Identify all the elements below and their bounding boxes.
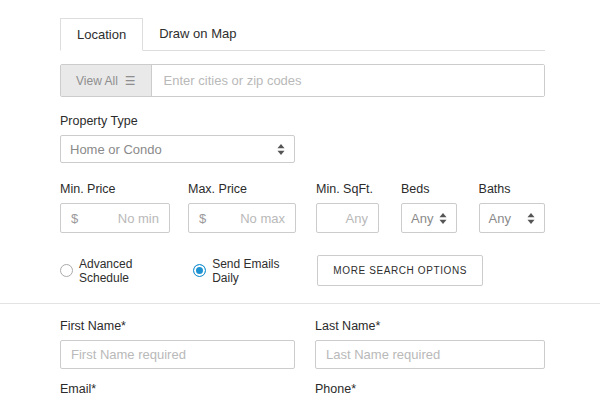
beds-label: Beds — [401, 182, 457, 196]
section-divider — [0, 303, 600, 304]
tab-bar: Location Draw on Map — [60, 18, 545, 51]
min-price-field: Min. Price $ — [60, 182, 170, 233]
beds-value: Any — [411, 211, 433, 226]
phone-field: Phone* — [315, 382, 545, 403]
contact-form: First Name* Last Name* Email* Phone* Nam… — [60, 319, 545, 403]
last-name-field: Last Name* — [315, 319, 545, 369]
email-field: Email* — [60, 382, 295, 403]
view-all-label: View All — [76, 74, 118, 88]
min-sqft-input[interactable] — [327, 211, 368, 226]
property-type-section: Property Type Home or Condo — [60, 114, 545, 163]
property-type-label: Property Type — [60, 114, 545, 128]
advanced-schedule-label: Advanced Schedule — [79, 257, 179, 285]
max-price-label: Max. Price — [188, 182, 296, 196]
hamburger-menu-icon: ☰ — [125, 75, 136, 87]
city-search-input[interactable] — [152, 65, 544, 96]
tab-location[interactable]: Location — [60, 18, 143, 51]
filters-row: Min. Price $ Max. Price $ Min. SqFt. Bed… — [60, 182, 545, 233]
min-price-input[interactable] — [82, 211, 159, 226]
tab-draw-on-map[interactable]: Draw on Map — [143, 18, 252, 50]
max-price-inputbox: $ — [188, 203, 296, 233]
min-sqft-label: Min. SqFt. — [316, 182, 379, 196]
max-price-field: Max. Price $ — [188, 182, 296, 233]
radio-send-emails-daily[interactable]: Send Emails Daily — [193, 257, 303, 285]
beds-field: Beds Any — [401, 182, 457, 233]
last-name-label: Last Name* — [315, 319, 545, 333]
baths-value: Any — [489, 211, 511, 226]
radio-unchecked-icon — [60, 264, 73, 277]
radio-checked-icon — [193, 264, 206, 277]
first-name-input[interactable] — [60, 340, 295, 369]
dollar-prefix: $ — [71, 211, 78, 226]
updown-arrow-icon — [277, 144, 285, 155]
first-name-field: First Name* — [60, 319, 295, 369]
last-name-input[interactable] — [315, 340, 545, 369]
first-name-label: First Name* — [60, 319, 295, 333]
more-search-options-button[interactable]: MORE SEARCH OPTIONS — [317, 255, 483, 286]
updown-arrow-icon — [439, 213, 447, 224]
radio-advanced-schedule[interactable]: Advanced Schedule — [60, 257, 179, 285]
email-label: Email* — [60, 382, 295, 396]
min-price-inputbox: $ — [60, 203, 170, 233]
baths-select[interactable]: Any — [479, 203, 545, 233]
schedule-row: Advanced Schedule Send Emails Daily MORE… — [60, 255, 545, 286]
view-all-button[interactable]: View All ☰ — [61, 65, 152, 96]
send-emails-daily-label: Send Emails Daily — [212, 257, 303, 285]
phone-label: Phone* — [315, 382, 545, 396]
property-type-select[interactable]: Home or Condo — [60, 135, 295, 163]
min-sqft-inputbox — [316, 203, 379, 233]
updown-arrow-icon — [527, 213, 535, 224]
beds-select[interactable]: Any — [401, 203, 457, 233]
property-type-value: Home or Condo — [70, 142, 162, 157]
max-price-input[interactable] — [210, 211, 285, 226]
city-search-group: View All ☰ — [60, 64, 545, 97]
dollar-prefix: $ — [199, 211, 206, 226]
min-price-label: Min. Price — [60, 182, 170, 196]
baths-field: Baths Any — [479, 182, 545, 233]
baths-label: Baths — [479, 182, 545, 196]
min-sqft-field: Min. SqFt. — [316, 182, 379, 233]
search-form-page: Location Draw on Map View All ☰ Property… — [0, 0, 600, 403]
